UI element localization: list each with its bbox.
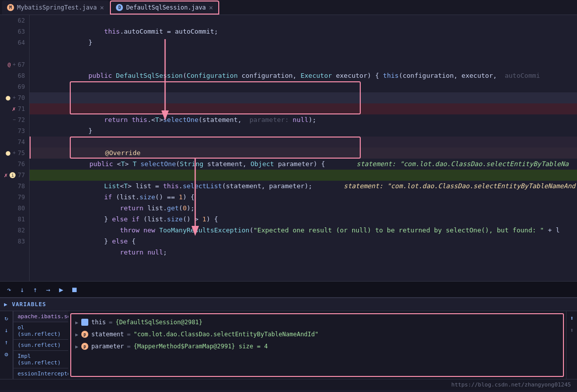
gutter-dot-75: ⬤ bbox=[6, 148, 11, 159]
debug-btn-1[interactable]: ↻ bbox=[2, 313, 12, 323]
debug-var-parameter[interactable]: ▶ p parameter = {MapperMethod$ParamMap@2… bbox=[71, 340, 563, 352]
var-arrow-statement: ▶ bbox=[75, 332, 78, 337]
toolbar-btn-stop[interactable]: ⏹ bbox=[69, 285, 79, 295]
line-num-73: 73 bbox=[18, 125, 25, 137]
debug-variables: ▶ this = {DefaultSqlSession@2981} ▶ p st… bbox=[70, 313, 564, 377]
toolbar-btn-step-over[interactable]: ↷ bbox=[4, 285, 14, 295]
code-line-73 bbox=[30, 125, 577, 137]
defaultsql-tab-close[interactable]: × bbox=[209, 4, 213, 12]
var-arrow-this: ▶ bbox=[75, 320, 78, 325]
tab-defaultsql[interactable]: D DefaultSqlSession.java × bbox=[110, 1, 219, 15]
defaultsql-tab-label: DefaultSqlSession.java bbox=[126, 4, 206, 11]
debug-content: ↻ ↓ ↑ ⚙ apache.ibatis.sess... ol (sun.re… bbox=[0, 311, 577, 379]
debug-btn-3[interactable]: ↑ bbox=[2, 337, 12, 347]
line-num-80: 80 bbox=[18, 203, 25, 214]
stack-item-2[interactable]: ol (sun.reflect) bbox=[14, 322, 68, 340]
stack-item-5[interactable]: essionInterceptor... bbox=[14, 368, 68, 379]
line-num-74: 74 bbox=[18, 137, 25, 148]
line-71: ✗ 71 bbox=[4, 103, 25, 114]
code-line-74: @Override bbox=[30, 137, 577, 148]
stack-item-1[interactable]: apache.ibatis.sess... bbox=[14, 311, 68, 322]
status-url: https://blog.csdn.net/zhangyong01245 bbox=[452, 381, 571, 388]
gutter-debug-77: i bbox=[10, 172, 16, 178]
debug-header-title: Variables bbox=[12, 301, 47, 308]
debug-right-btn-2[interactable]: ⬆ bbox=[567, 325, 577, 335]
toolbar-btn-step-into[interactable]: ↓ bbox=[17, 285, 27, 295]
line-62: 62 bbox=[4, 15, 25, 26]
stack-item-4[interactable]: Impl (sun.reflect) bbox=[14, 351, 68, 368]
debug-btn-2[interactable]: ↓ bbox=[2, 325, 12, 335]
line-num-64: 64 bbox=[18, 37, 25, 48]
line-75: ⬤ + 75 bbox=[4, 148, 25, 159]
var-icon-this bbox=[81, 319, 88, 326]
tab-bar: M MybatisSpringTest.java × D DefaultSqlS… bbox=[0, 0, 577, 15]
debug-right-controls: ⬆ ⬆ bbox=[566, 311, 577, 379]
debug-btn-filter[interactable]: ⚙ bbox=[2, 349, 12, 359]
line-num-63: 63 bbox=[18, 26, 25, 37]
status-bar: https://blog.csdn.net/zhangyong01245 bbox=[0, 379, 577, 390]
toolbar-btn-step-out[interactable]: ↑ bbox=[30, 285, 40, 295]
code-line-75: public <T> T selectOne(String statement,… bbox=[30, 148, 577, 159]
var-name-parameter: parameter bbox=[91, 343, 124, 350]
line-num-82: 82 bbox=[18, 225, 25, 236]
code-line-blank bbox=[30, 48, 577, 59]
code-line-79: return list.get(0); bbox=[30, 192, 577, 203]
line-num-72: 72 bbox=[18, 114, 25, 125]
code-line-76: // Popular vote was to return null on 0 … bbox=[30, 159, 577, 170]
gutter-expand-67[interactable]: + bbox=[13, 59, 16, 70]
code-line-68 bbox=[30, 70, 577, 81]
debug-var-this[interactable]: ▶ this = {DefaultSqlSession@2981} bbox=[71, 316, 563, 328]
gutter-expand-75[interactable]: + bbox=[13, 148, 16, 159]
toolbar-btn-run-to[interactable]: → bbox=[43, 285, 53, 295]
code-line-77: List<T> list = this.selectList(statement… bbox=[30, 170, 577, 181]
bottom-toolbar: ↷ ↓ ↑ → ▶ ⏹ bbox=[0, 281, 577, 297]
code-line-67: public DefaultSqlSession(Configuration c… bbox=[30, 59, 577, 70]
gutter-at-67: @ bbox=[8, 59, 11, 70]
line-70: ⬤ + 70 bbox=[4, 92, 25, 103]
debug-panel: ▶ Variables ↻ ↓ ↑ ⚙ apache.ibatis.sess..… bbox=[0, 297, 577, 379]
tab-mybatis[interactable]: M MybatisSpringTest.java × bbox=[2, 1, 109, 15]
mybatis-tab-close[interactable]: × bbox=[100, 4, 104, 12]
line-73: 73 bbox=[4, 125, 25, 137]
var-name-statement: statement bbox=[91, 331, 124, 338]
gutter-dot-70: ⬤ bbox=[6, 92, 11, 103]
line-num-67: 67 bbox=[18, 59, 25, 70]
line-num-71: 71 bbox=[18, 103, 25, 114]
line-83: 83 bbox=[4, 236, 25, 247]
line-numbers: 62 63 64 @ + 67 68 69 ⬤ + 70 ✗ 71 bbox=[0, 15, 30, 281]
line-num-68: 68 bbox=[18, 70, 25, 81]
line-78: 78 bbox=[4, 181, 25, 192]
debug-var-statement[interactable]: ▶ p statement = "com.lot.dao.ClassDao.se… bbox=[71, 328, 563, 340]
line-76: 76 bbox=[4, 159, 25, 170]
code-line-71: return this.<T>selectOne(statement, para… bbox=[30, 103, 577, 114]
mybatis-tab-label: MybatisSpringTest.java bbox=[17, 4, 97, 11]
line-74: 74 bbox=[4, 137, 25, 148]
line-63: 63 bbox=[4, 26, 25, 37]
code-line-83: return null; bbox=[30, 236, 577, 247]
line-num-69: 69 bbox=[18, 81, 25, 92]
var-val-this: {DefaultSqlSession@2981} bbox=[115, 319, 202, 326]
gutter-expand-72[interactable]: − bbox=[13, 114, 16, 125]
debug-left-toolbar: ↻ ↓ ↑ ⚙ bbox=[0, 311, 13, 379]
line-81: 81 bbox=[4, 214, 25, 225]
var-name-this: this bbox=[91, 319, 106, 326]
gutter-error-71: ✗ bbox=[12, 103, 16, 114]
code-line-63: } bbox=[30, 26, 577, 37]
line-blank bbox=[4, 48, 25, 59]
stack-item-3[interactable]: (sun.reflect) bbox=[14, 340, 68, 351]
code-line-72: } bbox=[30, 114, 577, 125]
var-eq-statement: = bbox=[127, 331, 130, 338]
debug-right-btn-1[interactable]: ⬆ bbox=[567, 313, 577, 323]
debug-header: ▶ Variables bbox=[0, 298, 577, 311]
code-line-81: throw new TooManyResultsException("Expec… bbox=[30, 214, 577, 225]
line-num-81: 81 bbox=[18, 214, 25, 225]
var-eq-parameter: = bbox=[127, 343, 130, 350]
ide-window: M MybatisSpringTest.java × D DefaultSqlS… bbox=[0, 0, 577, 392]
line-64: 64 bbox=[4, 37, 25, 48]
line-67: @ + 67 bbox=[4, 59, 25, 70]
toolbar-btn-resume[interactable]: ▶ bbox=[56, 285, 66, 295]
code-line-80: } else if (list.size() > 1) { bbox=[30, 203, 577, 214]
line-num-78: 78 bbox=[18, 181, 25, 192]
gutter-expand-70[interactable]: + bbox=[13, 92, 16, 103]
line-num-75: 75 bbox=[18, 148, 25, 159]
